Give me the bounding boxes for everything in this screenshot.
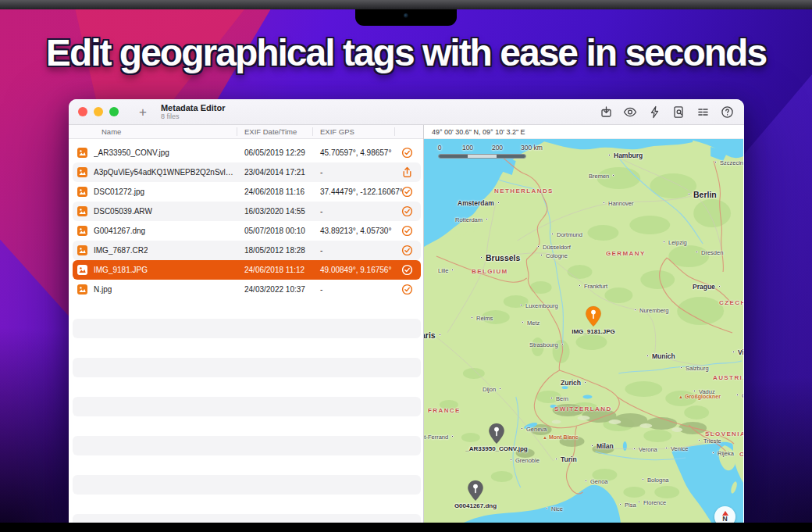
toolbar xyxy=(598,104,735,120)
city-dot-marker xyxy=(642,478,644,480)
table-row[interactable]: DSC05039.ARW16/03/2020 14:55- xyxy=(73,202,421,221)
geotagged-check-icon[interactable] xyxy=(401,186,414,198)
map-city-label: Grenoble xyxy=(515,457,540,464)
window-content: Name EXIF Date/Time EXIF GPS _AR33950_CO… xyxy=(69,125,744,532)
city-dot-marker xyxy=(540,254,543,256)
map-city-label: Florence xyxy=(643,499,666,506)
city-dot-marker xyxy=(718,285,721,287)
image-file-icon xyxy=(77,245,87,255)
city-dot-marker xyxy=(603,202,605,204)
city-dot-marker xyxy=(537,245,540,248)
table-row[interactable]: IMG_7687.CR218/05/2012 18:28- xyxy=(73,241,421,260)
column-header-gps[interactable]: EXIF GPS xyxy=(320,127,354,136)
map-country-label: AUSTRIA xyxy=(713,374,743,381)
city-dot-marker xyxy=(732,351,735,353)
image-file-icon xyxy=(77,226,87,236)
exif-datetime: 24/06/2018 11:16 xyxy=(244,187,304,196)
table-row-empty xyxy=(73,397,421,416)
geotagged-check-icon[interactable] xyxy=(401,284,414,296)
map-city-label: Trieste xyxy=(703,437,721,445)
table-row[interactable]: G0041267.dng05/07/2018 00:1043.89213°, 4… xyxy=(73,221,421,241)
table-row-empty xyxy=(73,455,421,475)
map-city-label: Dresden xyxy=(701,249,723,256)
image-file-icon xyxy=(77,284,87,295)
file-list: _AR33950_CONV.jpg06/05/2019 12:2945.7059… xyxy=(69,139,423,532)
close-button[interactable] xyxy=(78,107,87,116)
map-city-label: Hamburg xyxy=(614,152,643,159)
app-window: + Metadata Editor 8 files xyxy=(69,99,744,532)
table-row[interactable]: IMG_9181.JPG24/06/2018 11:1249.00849°, 9… xyxy=(73,260,421,280)
map-city-label: Paris xyxy=(424,330,436,340)
table-row-empty xyxy=(73,358,421,377)
preview-eye-icon[interactable] xyxy=(622,104,638,120)
file-name: N.jpg xyxy=(94,285,112,294)
photo-pin[interactable] xyxy=(488,423,505,448)
geotagged-check-icon[interactable] xyxy=(401,205,414,218)
scale-label: 100 xyxy=(462,144,473,152)
list-view-icon[interactable] xyxy=(695,104,710,120)
inspect-file-icon[interactable] xyxy=(671,104,686,120)
image-file-icon xyxy=(77,206,87,216)
peak-triangle-icon: ▲ xyxy=(543,435,547,440)
column-divider[interactable] xyxy=(312,127,313,136)
scale-label: 0 xyxy=(438,144,442,152)
geotagged-check-icon[interactable] xyxy=(401,225,414,237)
table-row-empty xyxy=(73,319,421,338)
column-divider[interactable] xyxy=(394,127,395,136)
column-header-datetime[interactable]: EXIF Date/Time xyxy=(244,127,297,136)
map-city-label: Szczecin xyxy=(720,159,743,166)
geotagged-check-icon[interactable] xyxy=(401,245,414,257)
add-files-button[interactable]: + xyxy=(136,105,150,119)
exif-datetime: 16/03/2020 14:55 xyxy=(244,207,305,216)
exif-datetime: 23/04/2014 17:21 xyxy=(244,168,305,177)
zoom-button[interactable] xyxy=(109,107,119,116)
map-city-label: Luxembourg xyxy=(525,302,558,309)
table-row-empty xyxy=(73,338,421,358)
quick-action-bolt-icon[interactable] xyxy=(646,104,662,120)
table-row[interactable]: DSC01272.jpg24/06/2018 11:1637.44479°, -… xyxy=(73,182,421,202)
photo-pin[interactable] xyxy=(467,480,484,505)
table-row[interactable]: A3pQuViEy54adKQ1WNEPB2Q2nSvlF8c...23/04/… xyxy=(73,162,421,182)
geotagged-check-icon[interactable] xyxy=(401,147,414,159)
map-city-label: Frankfurt xyxy=(584,283,607,290)
peak-triangle-icon: ▲ xyxy=(678,395,683,399)
city-dot-marker xyxy=(714,161,717,163)
exif-datetime: 06/05/2019 12:29 xyxy=(244,148,305,157)
map[interactable]: 0 100 200 300 km NETHERLANDSBELGIUMGERMA… xyxy=(424,139,743,532)
image-file-icon xyxy=(77,265,87,275)
minimize-button[interactable] xyxy=(94,107,103,116)
map-city-label: Munich xyxy=(652,352,675,360)
map-city-label: Brussels xyxy=(486,253,520,262)
map-city-label: Cologne xyxy=(546,252,568,259)
import-icon[interactable] xyxy=(598,104,614,120)
city-dot-marker xyxy=(638,501,640,503)
scale-label: 200 xyxy=(492,144,503,152)
geotagged-check-icon[interactable] xyxy=(401,264,414,277)
map-city-label: Venice xyxy=(671,445,689,452)
image-file-icon xyxy=(77,167,87,177)
city-dot-marker xyxy=(688,193,690,195)
map-city-label: Graz xyxy=(742,392,743,399)
file-name: _AR33950_CONV.jpg xyxy=(94,148,169,157)
export-status-icon[interactable] xyxy=(401,166,414,179)
help-icon[interactable] xyxy=(719,104,735,120)
map-city-label: Rotterdam xyxy=(455,216,483,223)
city-dot-marker xyxy=(665,447,668,449)
column-header-name[interactable]: Name xyxy=(102,127,121,136)
city-dot-marker xyxy=(698,439,700,441)
map-city-label: Turin xyxy=(561,455,577,463)
column-divider[interactable] xyxy=(237,127,237,136)
window-title: Metadata Editor xyxy=(161,103,226,113)
city-dot-marker xyxy=(471,316,473,319)
selected-photo-pin[interactable] xyxy=(585,305,602,330)
table-row[interactable]: N.jpg24/03/2022 10:37- xyxy=(73,280,421,299)
image-file-icon xyxy=(77,148,87,158)
map-city-label: Salzburg xyxy=(686,365,709,372)
city-dot-marker xyxy=(497,202,500,204)
scale-bar-segments xyxy=(438,154,526,159)
exif-gps: 45.70597°, 4.98657° xyxy=(320,148,391,157)
map-country-label: CROATIA xyxy=(739,451,743,458)
table-row[interactable]: _AR33950_CONV.jpg06/05/2019 12:2945.7059… xyxy=(73,143,421,162)
city-dot-marker xyxy=(520,304,522,306)
map-city-label: Verona xyxy=(639,446,657,453)
